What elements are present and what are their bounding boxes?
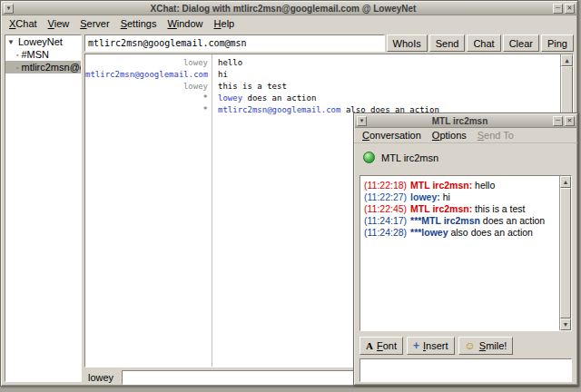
im-text: this is a test	[472, 203, 525, 214]
timestamp: (11:24:17)	[364, 215, 407, 226]
tree-item-msn[interactable]: ▪ #MSN	[5, 48, 81, 61]
chat-message: this is a test	[218, 81, 560, 93]
menu-window[interactable]: Window	[162, 16, 208, 31]
im-message: (11:22:45)MTL irc2msn: this is a test	[364, 203, 557, 215]
menu-settings[interactable]: Settings	[115, 16, 162, 31]
channel-tree: ▼ LoweyNet ▪ #MSN ▪ mtlirc2msn@g	[5, 34, 82, 382]
im-nick: MTL irc2msn:	[410, 180, 472, 191]
chat-message: hi	[218, 69, 560, 81]
font-icon: A	[366, 340, 373, 351]
channel-icon: ▪	[16, 52, 18, 58]
buddy-row: MTL irc2msn	[363, 152, 438, 163]
action-text: does an action	[242, 93, 316, 103]
whois-button[interactable]: WhoIs	[387, 34, 428, 52]
chat-nick: mtlirc2msn@googlemail.com	[85, 69, 208, 81]
close-button[interactable]: ✕	[565, 4, 575, 14]
scroll-down-icon[interactable]: ▼	[560, 318, 571, 330]
timestamp: (11:24:28)	[364, 227, 407, 238]
topic-input[interactable]	[84, 34, 385, 52]
xchat-menubar: XChat View Server Settings Window Help	[1, 15, 577, 31]
chat-action: lowey does an action	[218, 93, 560, 104]
font-button-label: Font	[377, 340, 397, 351]
im-scrollbar[interactable]: ▲ ▼	[559, 176, 571, 330]
im-nick: lowey:	[410, 191, 440, 202]
xchat-window-title: XChat: Dialog with mtlirc2msn@googlemail…	[15, 4, 551, 14]
im-message-log: (11:22:18)MTL irc2msn: hello (11:22:27)l…	[359, 175, 572, 331]
nick-button[interactable]: lowey	[84, 372, 117, 383]
chat-message: hello	[218, 57, 560, 69]
im-nick: ***lowey	[410, 227, 448, 238]
minimize-button[interactable]: ─	[553, 116, 563, 126]
query-icon: ▪	[16, 64, 18, 71]
smiley-icon: ☺	[465, 341, 476, 350]
im-window: ▾ MTL irc2msn ─ ✕ Conversation Options S…	[353, 113, 578, 386]
smiley-button[interactable]: ☺ Smile!	[458, 337, 514, 355]
minimize-button[interactable]: ─	[553, 4, 563, 14]
window-menu-button[interactable]: ▾	[357, 116, 367, 126]
chat-nick: lowey	[85, 57, 208, 69]
tree-item-mtlirc2msn[interactable]: ▪ mtlirc2msn@g	[5, 61, 81, 74]
im-action-message: (11:24:17)***MTL irc2msn does an action	[364, 215, 557, 227]
insert-icon: +	[413, 341, 419, 350]
im-message: (11:22:18)MTL irc2msn: hello	[364, 180, 557, 191]
menu-xchat[interactable]: XChat	[4, 16, 43, 31]
insert-button-label: Insert	[423, 340, 448, 351]
menu-options[interactable]: Options	[427, 128, 472, 142]
chat-button[interactable]: Chat	[467, 34, 500, 52]
ping-button[interactable]: Ping	[541, 34, 574, 52]
send-button[interactable]: Send	[429, 34, 466, 52]
im-text: hello	[472, 180, 495, 191]
im-nick: MTL irc2msn:	[410, 203, 472, 214]
chat-action-star: *	[85, 93, 208, 104]
menu-view[interactable]: View	[43, 16, 75, 31]
im-message-input[interactable]	[359, 358, 572, 382]
online-status-icon	[363, 152, 375, 163]
insert-button[interactable]: + Insert	[407, 337, 455, 355]
clear-button[interactable]: Clear	[503, 34, 539, 52]
chat-nick: lowey	[85, 81, 208, 93]
close-button[interactable]: ✕	[565, 116, 575, 126]
query-label: mtlirc2msn@g	[21, 62, 82, 73]
timestamp: (11:22:18)	[364, 180, 407, 191]
timestamp: (11:22:45)	[364, 203, 407, 214]
chat-action-star: *	[85, 104, 208, 116]
im-nick: ***MTL irc2msn	[410, 215, 480, 226]
menu-help[interactable]: Help	[209, 16, 241, 31]
network-label: LoweyNet	[18, 36, 63, 47]
timestamp: (11:22:27)	[364, 191, 407, 202]
buddy-name: MTL irc2msn	[381, 152, 438, 163]
menu-send-to: Send To	[472, 128, 519, 142]
action-actor: mtlirc2msn@googlemail.com	[218, 105, 340, 114]
im-menubar: Conversation Options Send To	[354, 128, 577, 143]
im-text: does an action	[480, 215, 545, 226]
xchat-titlebar[interactable]: ▾ XChat: Dialog with mtlirc2msn@googlema…	[2, 2, 576, 15]
im-message: (11:22:27)lowey: hi	[364, 191, 557, 203]
smiley-button-label: Smile!	[479, 340, 507, 351]
im-format-toolbar: A Font + Insert ☺ Smile!	[359, 337, 513, 355]
action-actor: lowey	[218, 93, 242, 103]
menu-conversation[interactable]: Conversation	[357, 128, 427, 142]
im-text: also does an action	[448, 227, 533, 238]
expander-icon[interactable]: ▼	[7, 38, 15, 46]
im-window-title: MTL irc2msn	[369, 116, 551, 126]
menu-server[interactable]: Server	[74, 16, 114, 31]
window-menu-button[interactable]: ▾	[4, 4, 14, 14]
im-action-message: (11:24:28)***lowey also does an action	[364, 227, 557, 239]
im-text: hi	[440, 191, 450, 202]
tree-network-loweynet[interactable]: ▼ LoweyNet	[5, 35, 81, 48]
scroll-thumb[interactable]	[560, 188, 571, 318]
im-titlebar[interactable]: ▾ MTL irc2msn ─ ✕	[355, 114, 576, 128]
scroll-up-icon[interactable]: ▲	[560, 176, 571, 188]
im-messages: (11:22:18)MTL irc2msn: hello (11:22:27)l…	[360, 176, 559, 330]
font-button[interactable]: A Font	[359, 337, 403, 355]
nick-column: lowey mtlirc2msn@googlemail.com lowey * …	[85, 54, 212, 367]
channel-label: #MSN	[21, 49, 49, 60]
scroll-up-icon[interactable]: ▲	[561, 54, 573, 66]
topic-row: WhoIs Send Chat Clear Ping	[84, 34, 574, 52]
